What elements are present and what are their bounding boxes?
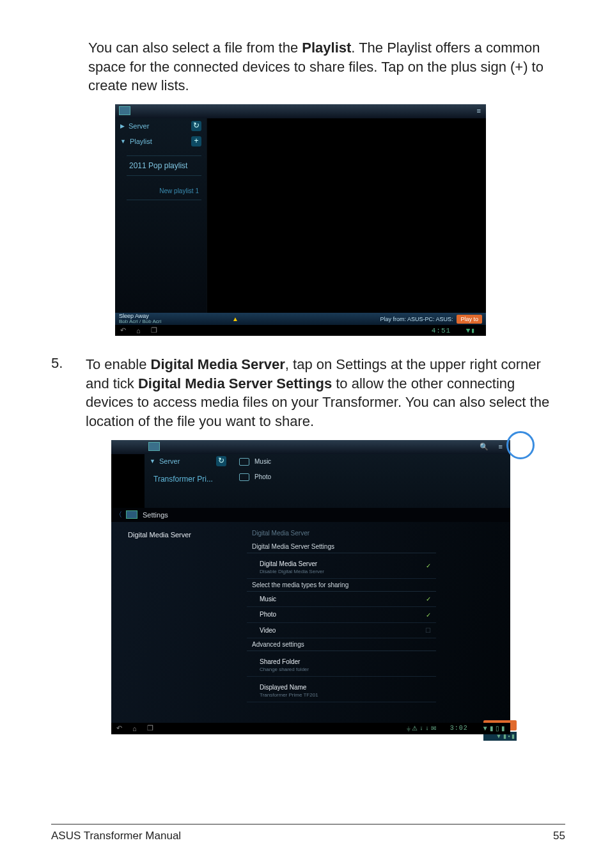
nav-recent-icon[interactable]: ❐ — [151, 326, 157, 335]
row-title: Shared Folder — [260, 658, 300, 665]
settings-breadcrumb[interactable]: 〈 Settings — [111, 508, 510, 522]
status-tray-icons: ⏚ ⚠ ↧ ↧ ✉ — [407, 725, 436, 732]
refresh-icon[interactable]: ↻ — [216, 456, 226, 466]
row-shared-folder[interactable]: Shared Folder Change shared folder — [247, 651, 436, 677]
nav-recent-icon[interactable]: ❐ — [147, 724, 153, 732]
checkbox-on-icon[interactable]: ✓ — [426, 562, 431, 569]
checkbox-on-icon[interactable]: ✓ — [426, 612, 431, 619]
intro-bold: Playlist — [302, 40, 351, 56]
status-extra-icons: ▼ ▮ ▯ ▮ — [482, 725, 505, 732]
b1: Digital Media Server — [151, 356, 285, 372]
sidebar: ▶ Server ↻ ▼ Playlist + 2011 Pop playlis… — [115, 118, 207, 313]
app-logo-icon — [119, 106, 130, 115]
row-title: Digital Media Server — [260, 560, 317, 567]
row-subtitle: Change shared folder — [260, 667, 309, 672]
left-item-dms[interactable]: Digital Media Server — [111, 522, 247, 539]
status-clock: 3:02 — [450, 725, 468, 732]
screenshot-settings: 🔍 ≡ ▼ Server ↻ Transformer Pri... Music — [111, 440, 565, 734]
nav-home-icon[interactable]: ⌂ — [136, 327, 141, 335]
category-label: Music — [254, 458, 271, 465]
b2: Digital Media Server Settings — [138, 375, 332, 391]
row-subtitle: Transformer Prime TF201 — [260, 692, 318, 698]
app-mini-icon — [126, 510, 137, 519]
app-logo-icon — [148, 442, 160, 451]
intro-pre: You can also select a file from the — [88, 40, 302, 56]
menu-icon[interactable]: ≡ — [499, 443, 503, 450]
clock-text: 4:51 — [432, 327, 451, 335]
status-icons: ▼▮ — [466, 327, 476, 335]
section-advanced: Advanced settings — [247, 638, 436, 651]
upper-sidebar: ▼ Server ↻ Transformer Pri... — [145, 454, 231, 508]
t1: To enable — [86, 356, 151, 372]
row-dms-toggle[interactable]: Digital Media Server Disable Digital Med… — [247, 553, 436, 579]
playlist-item-1[interactable]: 2011 Pop playlist — [127, 155, 201, 176]
app-header: 🔍 ≡ — [111, 440, 510, 454]
step-text: To enable Digital Media Server, tap on S… — [86, 355, 565, 431]
row-title: Video — [260, 627, 276, 635]
menu-icon[interactable]: ≡ — [477, 107, 481, 114]
nav-back-icon[interactable]: ↶ — [120, 326, 126, 335]
server-label: Server — [129, 122, 149, 130]
folder-icon — [239, 458, 249, 466]
screenshot-playlist: ≡ ▶ Server ↻ ▼ Playlist + 2011 Pop playl… — [115, 104, 565, 336]
settings-right-pane: Digital Media Server Digital Media Serve… — [247, 526, 436, 703]
playlist-item-2[interactable]: New playlist 1 — [127, 182, 201, 200]
track-artist: Bob Acri / Bob Acri — [119, 319, 161, 324]
panel-title: Digital Media Server — [247, 526, 436, 541]
row-title: Photo — [260, 611, 276, 619]
now-playing-info[interactable]: Sleep Away Bob Acri / Bob Acri — [119, 313, 161, 325]
chevron-down-icon: ▼ — [120, 138, 126, 145]
chevron-down-icon: ▼ — [150, 458, 155, 464]
nav-home-icon[interactable]: ⌂ — [132, 725, 137, 732]
step-5: 5. To enable Digital Media Server, tap o… — [51, 355, 565, 431]
device-name[interactable]: Transformer Pri... — [145, 468, 231, 484]
category-list: Music Photo — [231, 454, 510, 485]
page-number: 55 — [553, 830, 565, 842]
row-displayed-name[interactable]: Displayed Name Transformer Prime TF201 — [247, 677, 436, 702]
status-clock: 4:51 ▼▮ — [426, 326, 481, 335]
settings-left-pane: Digital Media Server — [111, 522, 247, 723]
system-nav-bar: ↶ ⌂ ❐ 4:51 ▼▮ — [115, 325, 486, 336]
chevron-right-icon: ▶ — [120, 123, 125, 129]
sidebar-item-playlist[interactable]: ▼ Playlist + — [115, 134, 207, 149]
system-nav-bar: ↶ ⌂ ❐ ⏚ ⚠ ↧ ↧ ✉ 3:02 ▼ ▮ ▯ ▮ — [111, 723, 510, 734]
nav-back-icon[interactable]: ↶ — [116, 724, 122, 732]
play-source: Play from: ASUS-PC: ASUS: — [380, 316, 453, 322]
section-dms-settings: Digital Media Server Settings — [247, 541, 436, 553]
app-header: ≡ — [115, 104, 486, 118]
row-subtitle: Disable Digital Media Server — [260, 569, 324, 574]
step-number: 5. — [51, 355, 70, 431]
row-title: Music — [260, 596, 276, 603]
checkbox-on-icon[interactable]: ✓ — [426, 596, 431, 603]
sidebar-item-server[interactable]: ▼ Server ↻ — [145, 454, 231, 468]
sidebar-item-server[interactable]: ▶ Server ↻ — [115, 118, 207, 134]
content-area — [207, 118, 486, 313]
category-music[interactable]: Music — [231, 454, 510, 470]
upper-panel: ▼ Server ↻ Transformer Pri... Music Phot… — [145, 454, 510, 508]
folder-icon — [239, 473, 249, 481]
settings-body: Digital Media Server Digital Media Serve… — [111, 522, 510, 723]
settings-label: Settings — [143, 511, 168, 519]
server-label: Server — [159, 457, 180, 465]
checkbox-off-icon[interactable]: ☐ — [425, 627, 431, 634]
refresh-icon[interactable]: ↻ — [191, 121, 201, 131]
search-icon[interactable]: 🔍 — [480, 443, 489, 451]
footer-title: ASUS Transformer Manual — [51, 830, 181, 842]
play-to-button[interactable]: Play to — [457, 315, 482, 324]
add-playlist-icon[interactable]: + — [191, 136, 201, 146]
row-title: Displayed Name — [260, 684, 306, 691]
back-chevron-icon[interactable]: 〈 — [115, 510, 122, 519]
section-media-types: Select the media types for sharing — [247, 579, 436, 592]
now-playing-bar: Sleep Away Bob Acri / Bob Acri ▲ Play fr… — [115, 313, 486, 325]
row-music[interactable]: Music ✓ — [247, 592, 436, 608]
expand-icon[interactable]: ▲ — [232, 315, 239, 322]
category-label: Photo — [254, 473, 271, 480]
page-footer: ASUS Transformer Manual 55 — [51, 824, 565, 842]
category-photo[interactable]: Photo — [231, 470, 510, 485]
intro-paragraph: You can also select a file from the Play… — [88, 38, 565, 95]
callout-circle — [506, 431, 535, 459]
playlist-label: Playlist — [130, 138, 152, 145]
row-photo[interactable]: Photo ✓ — [247, 607, 436, 623]
row-video[interactable]: Video ☐ — [247, 623, 436, 639]
